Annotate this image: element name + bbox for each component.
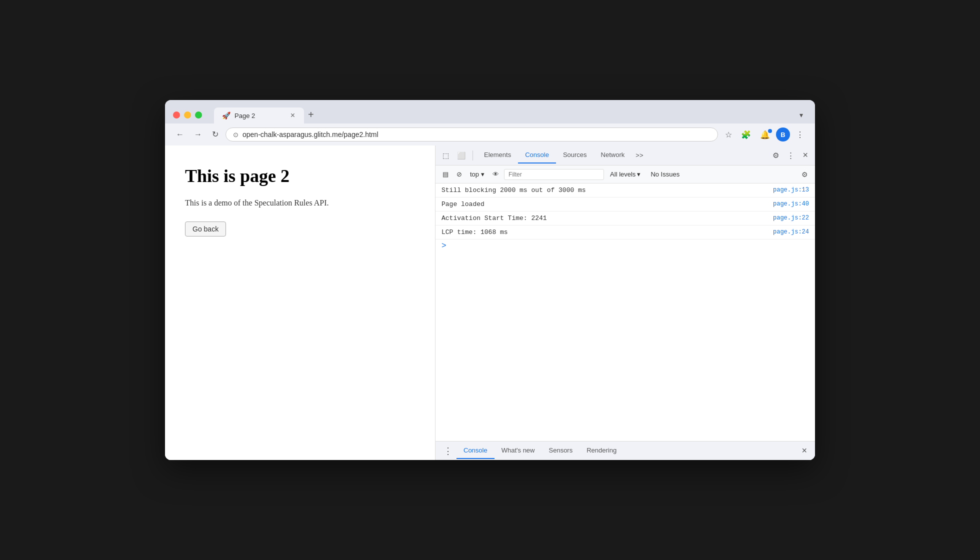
console-entry: Page loaded page.js:40 (436, 198, 815, 212)
devtools-icon: 🔔 (760, 130, 770, 139)
bottom-close-button[interactable]: × (798, 444, 811, 458)
inspect-icon: ⬚ (442, 152, 449, 160)
address-security-icon: ⊙ (233, 131, 238, 138)
tab-close-button[interactable]: × (290, 112, 296, 120)
bottom-tab-rendering[interactable]: Rendering (580, 442, 624, 459)
console-entry-text: Activation Start Time: 2241 (442, 214, 767, 222)
inspect-element-button[interactable]: ⬚ (440, 150, 452, 161)
go-back-button[interactable]: Go back (185, 222, 226, 236)
console-entry-text: Still blocking 2000 ms out of 3000 ms (442, 186, 767, 194)
tab-favicon-icon: 🚀 (222, 112, 230, 120)
console-entry-link[interactable]: page.js:24 (773, 228, 809, 236)
back-button[interactable]: ← (173, 128, 187, 140)
device-icon: ⬜ (457, 152, 466, 160)
bottom-tab-whats-new[interactable]: What's new (494, 442, 542, 459)
tab-title: Page 2 (234, 112, 286, 120)
console-toolbar: ▤ ⊘ top ▾ 👁 All levels ▾ No Issues ⚙ (436, 166, 815, 184)
devtools-notification-button[interactable]: 🔔 (757, 128, 773, 142)
more-tabs-button[interactable]: >> (632, 150, 647, 161)
devtools-more-button[interactable]: ⋮ (784, 149, 798, 162)
bottom-tab-console[interactable]: Console (456, 442, 494, 459)
minimize-button[interactable] (184, 112, 191, 118)
bottom-menu-button[interactable]: ⋮ (440, 444, 456, 458)
console-entry: Still blocking 2000 ms out of 3000 ms pa… (436, 184, 815, 198)
console-entry-text: Page loaded (442, 200, 767, 208)
console-entry: Activation Start Time: 2241 page.js:22 (436, 212, 815, 226)
address-bar[interactable]: ⊙ (226, 128, 718, 142)
tab-console[interactable]: Console (518, 147, 556, 164)
title-bar: 🚀 Page 2 × + ▾ (165, 100, 815, 124)
bookmark-button[interactable]: ☆ (722, 128, 735, 142)
chrome-menu-button[interactable]: ⋮ (793, 128, 807, 142)
console-output: Still blocking 2000 ms out of 3000 ms pa… (436, 184, 815, 441)
console-entry-link[interactable]: page.js:40 (773, 200, 809, 208)
address-input[interactable] (242, 130, 710, 138)
devtools-tabs: Elements Console Sources Network >> (477, 147, 768, 164)
devtools-bottombar: ⋮ Console What's new Sensors Rendering × (436, 441, 815, 460)
tab-bar: 🚀 Page 2 × + (214, 106, 790, 124)
console-entry-link[interactable]: page.js:22 (773, 214, 809, 222)
window-controls (173, 112, 202, 118)
tab-dropdown-button[interactable]: ▾ (796, 108, 807, 122)
close-button[interactable] (173, 112, 180, 118)
devtools-close-button[interactable]: × (800, 148, 811, 162)
nav-actions: ☆ 🧩 🔔 B ⋮ (722, 128, 807, 142)
new-tab-button[interactable]: + (304, 106, 318, 124)
no-issues-label: No Issues (646, 169, 684, 180)
page-content: This is page 2 This is a demo of the Spe… (165, 146, 435, 460)
context-selector[interactable]: top ▾ (467, 169, 488, 180)
extension-icon: 🧩 (741, 130, 751, 139)
filter-input[interactable] (504, 169, 604, 180)
page-heading: This is page 2 (185, 166, 415, 186)
devtools-topbar: ⬚ ⬜ Elements Console Sources Network >> … (436, 146, 815, 166)
context-label: top (470, 170, 479, 178)
nav-bar: ← → ↻ ⊙ ☆ 🧩 🔔 B ⋮ (165, 124, 815, 146)
devtools-settings-button[interactable]: ⚙ (770, 149, 782, 162)
extension-button[interactable]: 🧩 (738, 128, 754, 142)
console-entry-link[interactable]: page.js:13 (773, 186, 809, 194)
console-entry: LCP time: 1068 ms page.js:24 (436, 226, 815, 240)
log-levels-button[interactable]: All levels ▾ (606, 169, 644, 180)
log-levels-label: All levels (610, 170, 636, 178)
tab-sources[interactable]: Sources (556, 147, 594, 164)
context-arrow-icon: ▾ (481, 170, 484, 178)
eye-button[interactable]: 👁 (490, 170, 502, 179)
toolbar-separator (472, 150, 473, 160)
tab-network[interactable]: Network (594, 147, 632, 164)
browser-window: 🚀 Page 2 × + ▾ ← → ↻ ⊙ ☆ 🧩 🔔 B ⋮ (165, 100, 815, 460)
active-tab[interactable]: 🚀 Page 2 × (214, 108, 304, 124)
profile-button[interactable]: B (776, 128, 790, 142)
sidebar-toggle-button[interactable]: ▤ (440, 170, 452, 179)
console-settings-button[interactable]: ⚙ (798, 169, 811, 180)
main-area: This is page 2 This is a demo of the Spe… (165, 146, 815, 460)
clear-console-button[interactable]: ⊘ (454, 170, 465, 179)
page-description: This is a demo of the Speculation Rules … (185, 198, 415, 208)
tab-elements[interactable]: Elements (477, 147, 518, 164)
maximize-button[interactable] (195, 112, 202, 118)
device-toggle-button[interactable]: ⬜ (454, 150, 468, 161)
forward-button[interactable]: → (191, 128, 205, 140)
devtools-panel: ⬚ ⬜ Elements Console Sources Network >> … (435, 146, 815, 460)
bottom-tab-sensors[interactable]: Sensors (542, 442, 580, 459)
console-prompt[interactable]: > (436, 240, 815, 252)
log-levels-arrow-icon: ▾ (637, 170, 640, 178)
console-entry-text: LCP time: 1068 ms (442, 228, 767, 236)
reload-button[interactable]: ↻ (209, 128, 222, 140)
